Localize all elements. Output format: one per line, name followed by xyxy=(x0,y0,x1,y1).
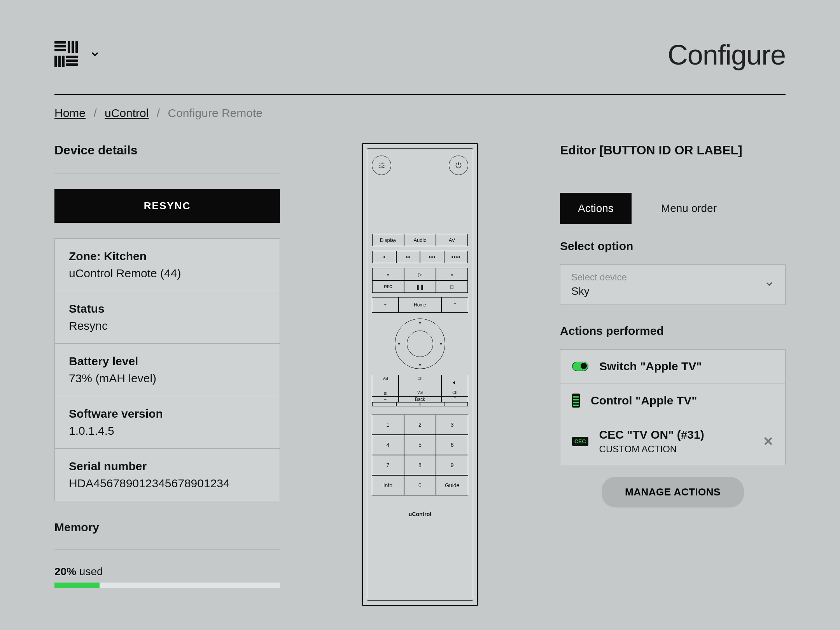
device-select-placeholder: Select device xyxy=(571,272,627,283)
remote-vol-label-bot: Vol xyxy=(399,390,441,396)
remote-num-6[interactable]: 6 xyxy=(436,435,468,455)
divider xyxy=(54,94,786,95)
detail-serial-value: HDA456789012345678901234 xyxy=(69,477,266,490)
detail-software-value: 1.0.1.4.5 xyxy=(69,424,266,438)
remote-num-8[interactable]: 8 xyxy=(404,455,436,475)
memory-used-pct: 20% xyxy=(54,565,76,578)
remote-dot2-button[interactable] xyxy=(396,251,420,263)
action-cec-title: CEC "TV ON" (#31) xyxy=(599,428,704,441)
remote-num-4[interactable]: 4 xyxy=(372,435,404,455)
remote-vol-up-button[interactable]: + xyxy=(372,297,399,313)
remote-num-1[interactable]: 1 xyxy=(372,415,404,435)
remote-stop-button[interactable]: □ xyxy=(436,280,468,293)
remote-rec-button[interactable]: REC xyxy=(372,280,404,293)
remote-home-button[interactable]: Home xyxy=(399,297,441,313)
detail-battery: Battery level 73% (mAH level) xyxy=(55,344,280,396)
remote-back-button[interactable]: Back xyxy=(399,396,441,402)
tab-menu-order[interactable]: Menu order xyxy=(643,193,735,224)
remote-forward-button[interactable]: » xyxy=(436,268,468,280)
device-select[interactable]: Select device Sky xyxy=(560,264,786,305)
remote-num-7[interactable]: 7 xyxy=(372,455,404,475)
breadcrumb-ucontrol[interactable]: uControl xyxy=(105,107,149,119)
remote-guide-button[interactable]: Guide xyxy=(436,475,468,495)
remote-icon xyxy=(572,394,580,408)
remote-av-button[interactable]: AV xyxy=(436,234,468,246)
remote-brand: uControl xyxy=(409,511,431,517)
action-cec-sub: CUSTOM ACTION xyxy=(599,444,704,455)
detail-battery-value: 73% (mAH level) xyxy=(69,372,266,385)
memory-progress-fill xyxy=(54,583,100,588)
remote-num-5[interactable]: 5 xyxy=(404,435,436,455)
remote-hamburger-button[interactable]: ≡ xyxy=(372,390,399,396)
remote-dpad[interactable] xyxy=(395,318,445,369)
remote-info-button[interactable]: Info xyxy=(372,475,404,495)
device-detail-list: Zone: Kitchen uControl Remote (44) Statu… xyxy=(54,238,280,501)
remote-num-9[interactable]: 9 xyxy=(436,455,468,475)
remote-ch-down-button[interactable]: ˅ xyxy=(441,396,468,402)
device-details-title: Device details xyxy=(54,143,280,173)
detail-serial-label: Serial number xyxy=(69,460,266,473)
memory-used-label: 20% used xyxy=(54,565,280,578)
detail-status: Status Resync xyxy=(55,291,280,344)
actions-performed-label: Actions performed xyxy=(560,324,786,338)
remote-ch-label-bot: Ch xyxy=(441,390,468,396)
detail-serial: Serial number HDA456789012345678901234 xyxy=(55,449,280,501)
action-cec[interactable]: CEC CEC "TV ON" (#31) CUSTOM ACTION ✕ xyxy=(560,418,785,465)
detail-battery-label: Battery level xyxy=(69,355,266,368)
remote-dot4-button[interactable] xyxy=(444,251,468,263)
detail-zone: Zone: Kitchen uControl Remote (44) xyxy=(55,239,280,291)
remote-vol-label-top: Vol xyxy=(372,375,399,390)
remote-audio-button[interactable]: Audio xyxy=(404,234,436,246)
detail-zone-label: Zone: Kitchen xyxy=(69,250,266,263)
remote-mute-button[interactable] xyxy=(441,375,468,390)
action-control[interactable]: Control "Apple TV" xyxy=(560,383,785,418)
remote-num-2[interactable]: 2 xyxy=(404,415,436,435)
memory-used-word: used xyxy=(76,565,103,578)
tab-actions[interactable]: Actions xyxy=(560,193,632,224)
cec-badge-icon: CEC xyxy=(572,437,588,446)
remote-num-0[interactable]: 0 xyxy=(404,475,436,495)
detail-status-label: Status xyxy=(69,302,266,315)
logo-icon xyxy=(54,41,82,68)
remote-power-button[interactable] xyxy=(449,156,468,175)
detail-status-value: Resync xyxy=(69,319,266,332)
breadcrumb-current: Configure Remote xyxy=(168,107,262,119)
select-option-label: Select option xyxy=(560,240,786,253)
chevron-down-icon xyxy=(764,279,774,290)
remote-menu-button[interactable] xyxy=(372,156,391,175)
remote-ch-up-button[interactable]: ˄ xyxy=(441,297,468,313)
remote-display-button[interactable]: Display xyxy=(372,234,404,246)
breadcrumb: Home / uControl / Configure Remote xyxy=(54,107,786,120)
detail-zone-value: uControl Remote (44) xyxy=(69,267,266,280)
page-title: Configure xyxy=(668,39,786,71)
remote-device: Display Audio AV xyxy=(362,143,478,606)
remote-ch-label-top: Ch xyxy=(399,375,441,390)
action-switch[interactable]: Switch "Apple TV" xyxy=(560,350,785,383)
action-switch-label: Switch "Apple TV" xyxy=(599,360,702,373)
toggle-icon xyxy=(572,362,588,371)
breadcrumb-home[interactable]: Home xyxy=(54,107,86,119)
detail-software-label: Software version xyxy=(69,407,266,420)
remote-dot1-button[interactable] xyxy=(372,251,396,263)
editor-title: Editor [BUTTON ID OR LABEL] xyxy=(560,143,786,177)
remote-pause-button[interactable]: ❚❚ xyxy=(404,280,436,293)
detail-software: Software version 1.0.1.4.5 xyxy=(55,396,280,449)
manage-actions-button[interactable]: MANAGE ACTIONS xyxy=(602,477,744,508)
action-control-label: Control "Apple TV" xyxy=(591,394,697,407)
device-select-value: Sky xyxy=(571,285,627,298)
resync-button[interactable]: RESYNC xyxy=(54,189,280,223)
close-icon[interactable]: ✕ xyxy=(763,434,774,449)
logo-dropdown[interactable] xyxy=(54,41,100,68)
remote-vol-down-button[interactable]: − xyxy=(372,396,399,402)
memory-title: Memory xyxy=(54,521,280,550)
chevron-down-icon xyxy=(89,49,100,61)
actions-list: Switch "Apple TV" Control "Apple TV" CEC… xyxy=(560,349,786,465)
remote-num-3[interactable]: 3 xyxy=(436,415,468,435)
memory-progress xyxy=(54,583,280,588)
remote-rewind-button[interactable]: « xyxy=(372,268,404,280)
remote-dot3-button[interactable] xyxy=(420,251,444,263)
remote-play-button[interactable]: ▷ xyxy=(404,268,436,280)
